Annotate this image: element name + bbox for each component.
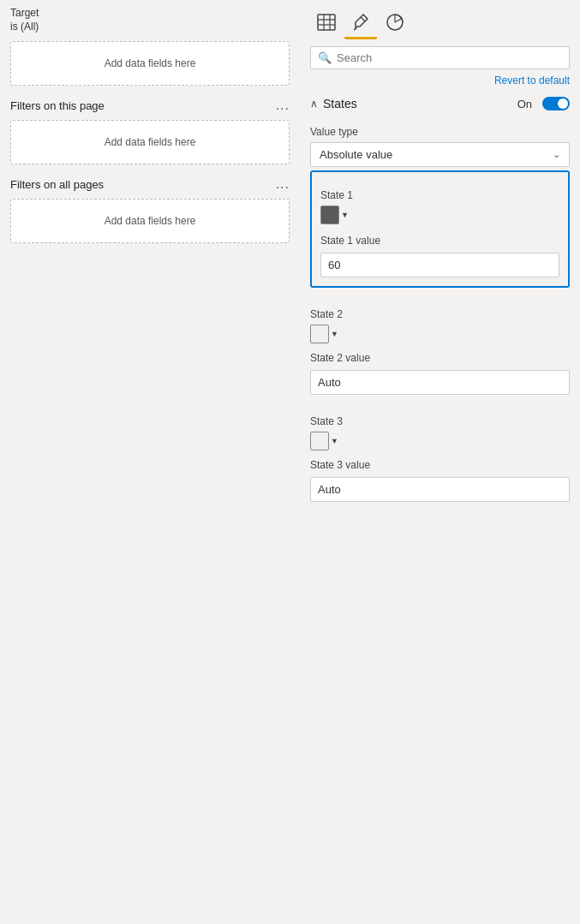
right-panel: 🔍 Revert to default ∧ States On Value ty…: [300, 0, 580, 924]
state2-color-swatch: [310, 325, 329, 343]
state2-block: State 2 ▼ State 2 value: [310, 296, 570, 398]
state2-color-picker[interactable]: ▼: [310, 325, 570, 343]
right-content-area: Value type Absolute value ⌄ State 1 ▼ St…: [300, 117, 580, 924]
state1-color-picker[interactable]: ▼: [320, 206, 559, 224]
filters-on-page-header: Filters on this page ...: [10, 98, 290, 113]
left-panel: Target is (All) Add data fields here Fil…: [0, 0, 300, 924]
svg-line-5: [361, 17, 365, 21]
state1-color-swatch: [320, 206, 339, 224]
value-type-label: Value type: [310, 126, 570, 138]
filters-on-all-pages-label: Filters on all pages: [10, 178, 104, 191]
state1-value-input[interactable]: [320, 253, 559, 277]
state3-value-label: State 3 value: [310, 459, 570, 471]
table-icon[interactable]: [310, 7, 343, 39]
state2-value-input[interactable]: [310, 370, 570, 395]
add-fields-page[interactable]: Add data fields here: [10, 120, 290, 164]
state2-color-dropdown-icon: ▼: [331, 330, 338, 338]
state3-block: State 3 ▼ State 3 value: [310, 403, 570, 505]
paint-brush-icon[interactable]: [344, 7, 377, 39]
search-icon: 🔍: [318, 51, 332, 64]
state1-value-label: State 1 value: [320, 235, 559, 247]
value-type-chevron-icon: ⌄: [553, 149, 560, 160]
state3-color-swatch: [310, 432, 329, 450]
states-on-label: On: [517, 98, 532, 110]
state3-color-dropdown-icon: ▼: [331, 437, 338, 445]
toggle-thumb: [558, 98, 568, 109]
search-box[interactable]: 🔍: [310, 46, 570, 69]
value-type-dropdown[interactable]: Absolute value ⌄: [310, 142, 570, 167]
state2-label: State 2: [310, 308, 570, 320]
analytics-icon[interactable]: [379, 7, 411, 39]
value-type-value: Absolute value: [320, 148, 392, 161]
filters-on-page-label: Filters on this page: [10, 99, 105, 112]
svg-rect-0: [318, 15, 335, 30]
state1-color-dropdown-icon: ▼: [341, 211, 349, 219]
is-all-value: is (All): [10, 21, 290, 33]
add-fields-top[interactable]: Add data fields here: [10, 41, 290, 86]
state3-color-picker[interactable]: ▼: [310, 432, 570, 450]
states-chevron-icon[interactable]: ∧: [310, 98, 318, 110]
filters-on-all-pages-header: Filters on all pages ...: [10, 176, 290, 192]
revert-to-default-link[interactable]: Revert to default: [300, 73, 580, 92]
filters-on-all-pages-menu[interactable]: ...: [276, 176, 290, 192]
filters-on-page-menu[interactable]: ...: [276, 98, 290, 113]
state3-label: State 3: [310, 415, 570, 427]
target-label: Target: [10, 7, 290, 19]
search-container: 🔍: [300, 39, 580, 73]
states-section-header: ∧ States On: [300, 92, 580, 117]
state3-value-input[interactable]: [310, 477, 570, 502]
state1-block: State 1 ▼ State 1 value: [310, 170, 570, 288]
add-fields-all-pages[interactable]: Add data fields here: [10, 199, 290, 243]
toggle-track: [542, 97, 570, 110]
format-toolbar: [300, 0, 580, 39]
states-toggle[interactable]: [542, 97, 570, 110]
state1-label: State 1: [320, 189, 559, 201]
state2-value-label: State 2 value: [310, 352, 570, 364]
states-title: States: [323, 97, 512, 110]
search-input[interactable]: [337, 51, 562, 64]
